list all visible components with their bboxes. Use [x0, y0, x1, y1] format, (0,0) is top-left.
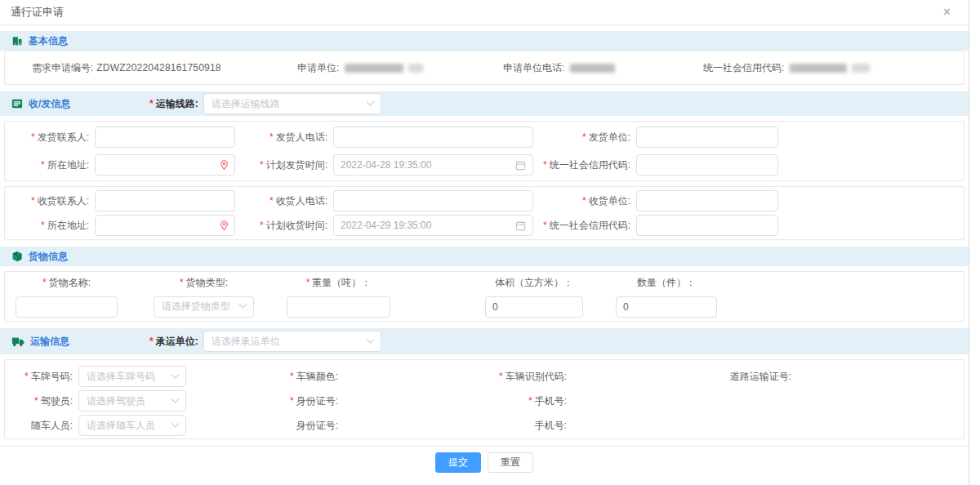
reset-button[interactable]: 重置 [488, 452, 533, 473]
chevron-down-icon [366, 97, 374, 105]
calendar-icon [515, 160, 526, 171]
receive-unit-input[interactable] [636, 190, 778, 211]
receive-row-2: *所在地址: *计划收货时间: 2022-04-29 19:35:00 *统一社… [5, 213, 964, 238]
transport-info-group: *车牌号码: 请选择车牌号码 *车辆颜色: *车辆识别代码: 道路运输证号: *… [4, 359, 964, 439]
road-cert-label: 道路运输证号: [572, 370, 797, 384]
requirement-no-value: ZDWZ20220428161750918 [96, 62, 220, 73]
cargo-weight-label: *重量（吨）： [287, 276, 390, 290]
send-address-input[interactable] [95, 154, 235, 176]
receive-credit-label: *统一社会信用代码: [533, 219, 636, 233]
crew-label: 随车人员: [5, 419, 78, 433]
crew-placeholder: 请选择随车人员 [87, 419, 155, 433]
send-info-group: *发货联系人: *发货人电话: *发货单位: *所在地址: *计划发货时间: 2… [4, 121, 964, 181]
send-phone-label: *发货人电话: [235, 131, 333, 145]
apply-unit-value-redacted [345, 64, 403, 73]
vehicle-color-label: *车辆颜色: [186, 370, 344, 384]
form-list-icon [11, 98, 23, 109]
receive-credit-input[interactable] [636, 215, 778, 236]
send-contact-label: *发货联系人: [5, 131, 95, 145]
send-unit-label: *发货单位: [533, 131, 636, 145]
carrier-label: *承运单位: [149, 335, 198, 349]
chevron-down-icon [239, 300, 247, 309]
cargo-type-field: *货物类型: 请选择货物类型 [154, 276, 254, 318]
cargo-weight-input[interactable] [287, 296, 390, 318]
vin-label: *车辆识别代码: [344, 370, 572, 384]
carrier-select[interactable]: 请选择承运单位 [203, 331, 381, 352]
route-placeholder: 请选择运输线路 [212, 97, 280, 111]
receive-contact-label: *收货联系人: [5, 194, 95, 208]
close-icon[interactable]: × [943, 6, 951, 19]
cargo-volume-label: 体积（立方米）： [485, 276, 583, 290]
building-icon [11, 35, 23, 47]
transport-row-2: *驾驶员: 请选择驾驶员 *身份证号: *手机号: [5, 389, 964, 413]
receive-contact-input[interactable] [95, 190, 235, 211]
send-credit-input[interactable] [636, 154, 778, 176]
send-time-picker[interactable]: 2022-04-28 19:35:00 [333, 154, 533, 176]
section-header-cargo: 货物信息 [0, 247, 969, 266]
section-header-sendrecv: 收/发信息 *运输线路: 请选择运输线路 [0, 91, 969, 116]
route-label: *运输线路: [149, 97, 198, 111]
receive-info-group: *收货联系人: *收货人电话: *收货单位: *所在地址: *计划收货时间: 2… [4, 186, 964, 240]
pass-application-modal: 通行证申请 × 基本信息 需求申请编号: ZDWZ202204281617509… [0, 0, 969, 485]
receive-row-1: *收货联系人: *收货人电话: *收货单位: [5, 189, 964, 213]
cargo-weight-field: *重量（吨）： [287, 276, 390, 318]
credit-code-label: 统一社会信用代码: [703, 61, 784, 75]
transport-row-1: *车牌号码: 请选择车牌号码 *车辆颜色: *车辆识别代码: 道路运输证号: [5, 364, 964, 389]
section-header-basic: 基本信息 [0, 31, 969, 51]
cargo-volume-input[interactable] [485, 296, 583, 318]
send-credit-label: *统一社会信用代码: [533, 158, 636, 172]
send-contact-input[interactable] [95, 127, 235, 148]
cargo-quantity-field: 数量（件）： [616, 276, 717, 318]
cargo-type-select[interactable]: 请选择货物类型 [154, 296, 254, 318]
apply-phone-value-redacted [570, 64, 615, 73]
driver-phone-label: *手机号: [344, 394, 572, 408]
submit-button[interactable]: 提交 [435, 452, 481, 473]
requirement-no-field: 需求申请编号: ZDWZ20220428161750918 [32, 61, 297, 75]
receive-phone-input[interactable] [333, 190, 533, 211]
apply-unit-label: 申请单位: [297, 61, 339, 75]
receive-address-input[interactable] [95, 215, 235, 236]
cargo-name-label: *货物名称: [16, 276, 118, 290]
send-address-label: *所在地址: [5, 158, 95, 172]
receive-time-value: 2022-04-29 19:35:00 [341, 220, 431, 231]
send-time-value: 2022-04-28 19:35:00 [341, 159, 431, 171]
credit-code-field: 统一社会信用代码: [703, 61, 964, 75]
section-title-basic: 基本信息 [29, 34, 68, 48]
basic-info-row: 需求申请编号: ZDWZ20220428161750918 申请单位: 申请单位… [4, 51, 964, 85]
location-pin-icon[interactable] [219, 160, 229, 171]
credit-code-value-redacted [852, 64, 870, 73]
driver-id-label: *身份证号: [186, 394, 344, 408]
cargo-name-input[interactable] [16, 296, 118, 318]
route-field: *运输线路: 请选择运输线路 [149, 93, 381, 114]
route-select[interactable]: 请选择运输线路 [203, 93, 381, 114]
cargo-quantity-input[interactable] [616, 296, 717, 318]
section-title-sendrecv: 收/发信息 [29, 97, 70, 111]
credit-code-value-redacted [790, 64, 847, 73]
section-title-cargo: 货物信息 [29, 250, 68, 264]
cargo-type-label: *货物类型: [154, 276, 254, 290]
crew-phone-label: 手机号: [344, 419, 572, 433]
chevron-down-icon [172, 419, 180, 427]
receive-phone-label: *收货人电话: [235, 194, 333, 208]
requirement-no-label: 需求申请编号: [32, 61, 93, 75]
apply-unit-field: 申请单位: [297, 61, 503, 75]
receive-time-picker[interactable]: 2022-04-29 19:35:00 [333, 215, 533, 236]
crew-id-label: 身份证号: [186, 419, 344, 433]
location-pin-icon[interactable] [219, 220, 229, 231]
chevron-down-icon [172, 394, 180, 403]
apply-phone-label: 申请单位电话: [503, 61, 564, 75]
receive-time-label: *计划收货时间: [235, 219, 333, 233]
driver-select[interactable]: 请选择驾驶员 [78, 390, 186, 412]
page-title: 通行证申请 [11, 5, 64, 20]
crew-select[interactable]: 请选择随车人员 [78, 415, 186, 436]
package-box-icon [11, 251, 23, 262]
receive-address-label: *所在地址: [5, 219, 95, 233]
cargo-info-row: *货物名称: *货物类型: 请选择货物类型 *重量（吨）： 体积（立方米）： 数… [4, 271, 964, 322]
plate-no-select[interactable]: 请选择车牌号码 [78, 366, 186, 387]
send-time-label: *计划发货时间: [235, 158, 333, 172]
plate-no-label: *车牌号码: [5, 370, 78, 384]
send-phone-input[interactable] [333, 127, 533, 148]
cargo-type-placeholder: 请选择货物类型 [162, 300, 230, 314]
chevron-down-icon [366, 335, 374, 343]
send-unit-input[interactable] [636, 127, 778, 148]
